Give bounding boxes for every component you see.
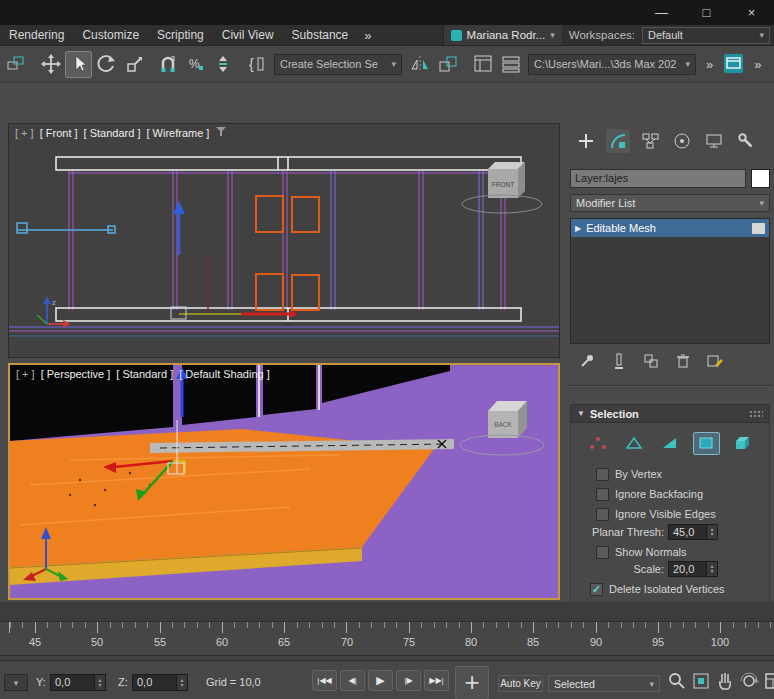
spinner-arrows-icon[interactable]: ▴▾ [176, 675, 187, 690]
spinner-arrows-icon[interactable]: ▴▾ [706, 525, 717, 539]
viewport-menu-general[interactable]: [ + ] [16, 368, 35, 380]
next-frame-button[interactable]: |▶ [396, 670, 421, 691]
named-selection-sets-icon[interactable]: { [243, 51, 270, 78]
by-vertex-checkbox[interactable] [596, 468, 609, 481]
select-and-move-icon[interactable] [37, 51, 64, 78]
workspace-user-dropdown[interactable]: Mariana Rodr... ▾ [443, 25, 562, 45]
go-to-end-button[interactable]: ▶▶| [424, 670, 449, 691]
named-selection-set-combo[interactable]: Create Selection Se ▾ [274, 54, 402, 75]
workspace-select[interactable]: Default ▾ [642, 27, 770, 44]
orbit-icon[interactable] [738, 670, 760, 692]
play-button[interactable]: ▶ [368, 670, 393, 691]
stack-onoff-toggle-icon[interactable] [752, 223, 765, 234]
toggle-scene-explorer-icon[interactable] [469, 51, 496, 78]
z-coordinate-value[interactable]: 0,0 [133, 675, 176, 690]
delete-isolated-vertices-checkbox[interactable]: ✓ [590, 583, 603, 596]
viewcube-perspective[interactable]: BACK [460, 401, 544, 455]
key-filter-select[interactable]: Selected ▾ [548, 675, 660, 692]
menu-overflow-chevron-icon[interactable]: » [357, 28, 378, 43]
y-coordinate-value[interactable]: 0,0 [51, 675, 94, 690]
menu-civil-view[interactable]: Civil View [213, 25, 283, 45]
select-and-rotate-icon[interactable] [93, 51, 120, 78]
modifier-list-dropdown[interactable]: Modifier List ▾ [570, 194, 770, 212]
viewport-menu-general[interactable]: [ + ] [15, 127, 34, 139]
spinner-snap-icon[interactable] [210, 51, 237, 78]
normals-scale-spinner[interactable]: 20,0 ▴▾ [668, 561, 718, 577]
stack-item-editable-mesh[interactable]: ▶ Editable Mesh [571, 219, 769, 237]
menu-customize[interactable]: Customize [73, 25, 148, 45]
time-ruler[interactable]: 45 50 55 60 65 70 75 80 85 90 95 100 [0, 622, 774, 656]
add-key-button[interactable]: + [455, 666, 489, 699]
display-tab-icon[interactable] [702, 129, 726, 153]
polygon-subobject-icon[interactable] [693, 432, 720, 455]
modifier-stack[interactable]: ▶ Editable Mesh [570, 218, 770, 344]
show-end-result-icon[interactable] [610, 352, 628, 372]
select-and-link-icon[interactable] [2, 51, 29, 78]
select-object-icon[interactable] [65, 51, 92, 78]
toolbar-overflow-chevron-icon[interactable]: » [700, 57, 719, 72]
minimize-button[interactable]: — [639, 0, 684, 25]
object-color-swatch[interactable] [751, 169, 770, 188]
coordinate-display-dropdown[interactable]: ▾ [4, 674, 28, 691]
selection-rollout-header[interactable]: ▼ Selection [570, 404, 770, 423]
normals-scale-value[interactable]: 20,0 [669, 562, 706, 576]
modify-tab-icon[interactable] [606, 129, 630, 153]
go-to-start-button[interactable]: |◀◀ [312, 670, 337, 691]
toolbar-overflow-chevron-icon[interactable]: » [748, 57, 767, 72]
viewport-menu-pov[interactable]: [ Perspective ] [41, 368, 111, 380]
make-unique-icon[interactable] [642, 352, 660, 372]
ignore-backfacing-checkbox[interactable] [596, 488, 609, 501]
planar-threshold-spinner[interactable]: 45,0 ▴▾ [668, 524, 718, 540]
viewport-front[interactable]: z FRONT [ + ] [ Front ] [ Standard ] [ W… [8, 123, 560, 358]
toggle-layer-explorer-icon[interactable] [497, 51, 524, 78]
project-folder-combo[interactable]: C:\Users\Mari...\3ds Max 202 ▾ [528, 54, 696, 75]
object-name-layer-field[interactable]: Layer:lajes [570, 169, 746, 188]
utilities-tab-icon[interactable] [734, 129, 758, 153]
y-coordinate-field[interactable]: 0,0 ▴▾ [50, 674, 106, 691]
viewport-menu-standard[interactable]: [ Standard ] [84, 127, 141, 139]
edge-subobject-icon[interactable] [621, 432, 648, 455]
align-icon[interactable] [434, 51, 461, 78]
hierarchy-tab-icon[interactable] [638, 129, 662, 153]
create-tab-icon[interactable] [574, 129, 598, 153]
viewport-menu-shading[interactable]: [ Wireframe ] [146, 127, 209, 139]
spinner-arrows-icon[interactable]: ▴▾ [706, 562, 717, 576]
auto-key-button[interactable]: Auto Key [498, 675, 543, 692]
remove-modifier-icon[interactable] [674, 352, 692, 372]
close-button[interactable]: × [729, 0, 774, 25]
track-bar[interactable] [0, 602, 774, 622]
mirror-icon[interactable] [406, 51, 433, 78]
spinner-arrows-icon[interactable]: ▴▾ [94, 675, 105, 690]
percent-snap-icon[interactable]: % [182, 51, 209, 78]
pan-icon[interactable] [714, 670, 736, 692]
viewport-menu-standard[interactable]: [ Standard ] [116, 368, 173, 380]
motion-tab-icon[interactable] [670, 129, 694, 153]
viewport-menu-pov[interactable]: [ Front ] [40, 127, 78, 139]
z-coordinate-field[interactable]: 0,0 ▴▾ [132, 674, 188, 691]
menu-substance[interactable]: Substance [283, 25, 358, 45]
ignore-visible-edges-checkbox[interactable] [596, 508, 609, 521]
menu-scripting[interactable]: Scripting [148, 25, 213, 45]
element-subobject-icon[interactable] [729, 432, 756, 455]
zoom-icon[interactable] [666, 670, 688, 692]
render-setup-icon[interactable] [720, 51, 747, 78]
select-and-scale-icon[interactable] [121, 51, 148, 78]
maximize-button[interactable]: □ [684, 0, 729, 25]
zoom-extents-icon[interactable] [690, 670, 712, 692]
face-subobject-icon[interactable] [657, 432, 684, 455]
front-viewport-canvas: z FRONT [9, 124, 559, 357]
funnel-icon[interactable] [215, 127, 227, 139]
configure-modifier-sets-icon[interactable] [706, 352, 724, 372]
maximize-viewport-toggle-icon[interactable] [762, 670, 774, 692]
vertex-subobject-icon[interactable] [585, 432, 612, 455]
front-move-gizmo[interactable] [171, 201, 298, 319]
menu-rendering[interactable]: Rendering [0, 25, 73, 45]
planar-threshold-value[interactable]: 45,0 [669, 525, 706, 539]
stack-expand-icon[interactable]: ▶ [575, 224, 581, 233]
viewport-perspective[interactable]: BACK [ + ] [ Perspective ] [ Standard ] … [8, 363, 560, 600]
snaps-toggle-icon[interactable]: 3 [154, 51, 181, 78]
pin-stack-icon[interactable] [578, 352, 596, 372]
previous-frame-button[interactable]: ◀| [340, 670, 365, 691]
show-normals-checkbox[interactable] [596, 546, 609, 559]
viewport-menu-shading[interactable]: [ Default Shading ] [179, 368, 270, 380]
